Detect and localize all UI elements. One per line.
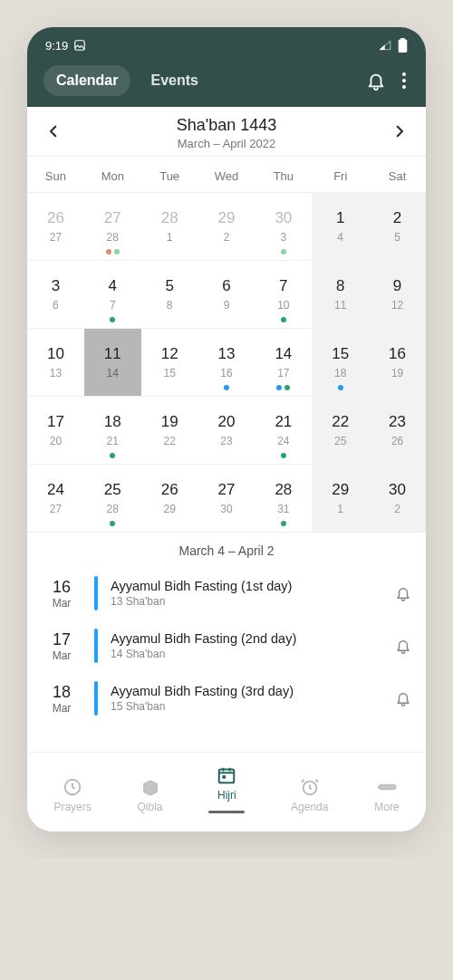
calendar-day[interactable]: 2427 (27, 464, 84, 532)
calendar-day[interactable]: 291 (312, 464, 369, 532)
event-subtitle: 13 Sha'ban (111, 595, 382, 608)
calendar-day[interactable]: 2831 (255, 464, 312, 532)
gregorian-day: 10 (47, 345, 64, 363)
calendar-day[interactable]: 1922 (141, 396, 198, 464)
gregorian-day: 26 (47, 209, 64, 227)
calendar-day[interactable]: 14 (312, 192, 369, 260)
calendar-day[interactable]: 303 (255, 192, 312, 260)
bell-icon[interactable] (366, 71, 386, 91)
calendar-day[interactable]: 36 (27, 260, 84, 328)
gregorian-day: 18 (104, 413, 121, 431)
hijri-day: 31 (277, 503, 289, 515)
svg-rect-5 (223, 775, 226, 779)
hijri-day: 25 (334, 435, 346, 447)
calendar-day[interactable]: 1215 (141, 328, 198, 396)
hijri-day: 2 (394, 503, 400, 515)
hijri-day: 27 (50, 231, 62, 244)
hijri-day: 3 (281, 231, 287, 244)
calendar-day[interactable]: 302 (369, 464, 426, 532)
calendar-day[interactable]: 811 (312, 260, 369, 328)
calendar-day[interactable]: 1720 (27, 396, 84, 464)
calendar-day[interactable]: 69 (198, 260, 255, 328)
day-of-week-label: Sat (369, 157, 426, 192)
svg-point-9 (389, 785, 390, 787)
hijri-day: 22 (163, 435, 175, 447)
day-of-week-label: Wed (198, 157, 255, 192)
hijri-day: 1 (337, 503, 343, 515)
event-row[interactable]: 18MarAyyamul Bidh Fasting (3rd day)15 Sh… (27, 672, 426, 725)
svg-rect-2 (400, 38, 405, 40)
calendar-day[interactable]: 1417 (255, 328, 312, 396)
event-subtitle: 15 Sha'ban (111, 700, 382, 713)
gregorian-day: 27 (218, 481, 236, 499)
calendar-day[interactable]: 1114 (84, 328, 141, 396)
hijri-day: 10 (277, 299, 289, 312)
hijri-day: 1 (167, 231, 173, 244)
nav-more[interactable]: More (374, 777, 399, 813)
gregorian-day: 25 (104, 481, 121, 499)
calendar-day[interactable]: 1619 (369, 328, 426, 396)
calendar-day[interactable]: 1013 (27, 328, 84, 396)
event-month: Mar (42, 702, 82, 715)
gregorian-day: 23 (389, 413, 406, 431)
calendar-day[interactable]: 292 (198, 192, 255, 260)
event-indicators (281, 521, 286, 526)
calendar-day[interactable]: 2629 (141, 464, 198, 532)
tab-calendar[interactable]: Calendar (43, 65, 130, 96)
gregorian-day: 22 (332, 413, 349, 431)
calendar-day[interactable]: 2124 (255, 396, 312, 464)
calendar-day[interactable]: 58 (141, 260, 198, 328)
event-indicators (281, 317, 286, 322)
event-row[interactable]: 16MarAyyamul Bidh Fasting (1st day)13 Sh… (27, 567, 426, 620)
hijri-day: 28 (107, 231, 119, 244)
calendar-day[interactable]: 25 (369, 192, 426, 260)
gregorian-day: 3 (52, 277, 60, 295)
bell-icon[interactable] (395, 585, 411, 601)
event-dot-icon (281, 249, 286, 255)
event-row[interactable]: 17MarAyyamul Bidh Fasting (2nd day)14 Sh… (27, 620, 426, 672)
svg-point-8 (386, 785, 388, 787)
calendar-day[interactable]: 2730 (198, 464, 255, 532)
prev-month-button[interactable] (40, 121, 67, 145)
next-month-button[interactable] (386, 121, 413, 145)
gregorian-day: 19 (161, 413, 178, 431)
svg-rect-4 (219, 770, 235, 783)
nav-qibla[interactable]: Qibla (138, 777, 163, 813)
visible-range-label: March 4 – April 2 (27, 532, 426, 567)
calendar-day[interactable]: 912 (369, 260, 426, 328)
hijri-day: 9 (224, 299, 230, 312)
nav-prayers[interactable]: Prayers (53, 777, 91, 813)
calendar-day[interactable]: 1316 (198, 328, 255, 396)
overflow-menu-icon[interactable] (402, 72, 406, 89)
calendar-day[interactable]: 2728 (84, 192, 141, 260)
calendar-day[interactable]: 2225 (312, 396, 369, 464)
calendar-day[interactable]: 2627 (27, 192, 84, 260)
gregorian-day: 16 (389, 345, 406, 363)
gregorian-day: 29 (218, 209, 236, 227)
calendar-day[interactable]: 710 (255, 260, 312, 328)
event-indicators (110, 317, 115, 322)
tab-events[interactable]: Events (138, 65, 210, 96)
bell-icon[interactable] (395, 690, 411, 706)
calendar-day[interactable]: 47 (84, 260, 141, 328)
event-dot-icon (110, 521, 115, 526)
event-list: 16MarAyyamul Bidh Fasting (1st day)13 Sh… (27, 567, 426, 725)
hijri-day: 19 (391, 367, 403, 380)
nav-agenda[interactable]: Agenda (291, 777, 328, 813)
bell-icon[interactable] (395, 638, 411, 654)
calendar-day[interactable]: 281 (141, 192, 198, 260)
calendar-day[interactable]: 1518 (312, 328, 369, 396)
gregorian-day: 17 (47, 413, 64, 431)
bottom-nav: Prayers Qibla Hijri Agenda More (27, 752, 426, 831)
hijri-day: 15 (163, 367, 175, 380)
nav-hijri[interactable]: Hijri (208, 765, 245, 813)
hijri-day: 29 (163, 503, 175, 515)
calendar-day[interactable]: 2023 (198, 396, 255, 464)
calendar-day[interactable]: 2326 (369, 396, 426, 464)
event-body: Ayyamul Bidh Fasting (2nd day)14 Sha'ban (111, 631, 382, 660)
calendar-day[interactable]: 2528 (84, 464, 141, 532)
gregorian-day: 27 (104, 209, 121, 227)
calendar-day[interactable]: 1821 (84, 396, 141, 464)
day-of-week-label: Thu (255, 157, 312, 192)
hijri-day: 21 (107, 435, 119, 447)
